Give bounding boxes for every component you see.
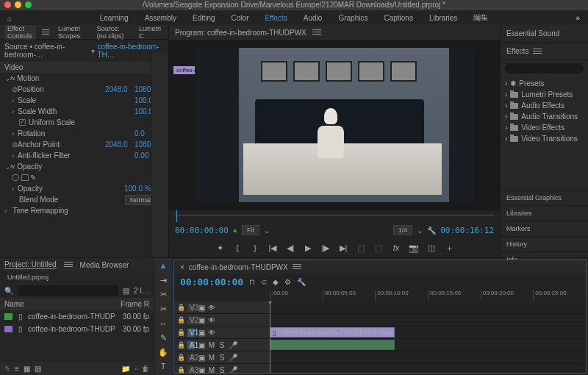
tab-effect-controls[interactable]: Effect Controls: [4, 24, 36, 41]
lock-icon[interactable]: 🔒: [177, 354, 184, 361]
tab-libraries[interactable]: Libraries: [501, 206, 588, 221]
maximize-window-icon[interactable]: [25, 1, 32, 8]
panel-menu-icon[interactable]: [293, 264, 301, 270]
pen-tool-icon[interactable]: ✎: [160, 333, 167, 343]
ws-edit-cjk[interactable]: 編集: [473, 12, 488, 23]
track-select-tool-icon[interactable]: ⇥: [160, 276, 167, 286]
extract-icon[interactable]: ⬚: [373, 243, 384, 253]
audio-clip[interactable]: [270, 340, 395, 350]
ws-color[interactable]: Color: [232, 14, 249, 22]
lock-icon[interactable]: 🔒: [177, 316, 184, 324]
anchor-x[interactable]: 2048.0: [105, 140, 135, 149]
workspace-overflow-icon[interactable]: »: [576, 14, 581, 22]
list-view-icon[interactable]: ≡: [15, 365, 19, 373]
timeline-playhead[interactable]: [270, 301, 270, 373]
fx-icon[interactable]: fx: [391, 243, 401, 252]
ripple-edit-tool-icon[interactable]: ✂: [160, 290, 167, 300]
filter-icon[interactable]: ▤: [123, 287, 129, 295]
track-a1[interactable]: 🔒A1▣MS🎤: [174, 339, 586, 351]
tab-essential-graphics[interactable]: Essential Graphics: [501, 190, 588, 206]
track-v1[interactable]: 🔒V1▣👁▯ coffee-in-bedroom-THUDPWX.mov: [174, 326, 586, 339]
linked-selection-icon[interactable]: ⊂: [261, 278, 267, 286]
mic-icon[interactable]: 🎤: [229, 366, 236, 374]
freeform-view-icon[interactable]: ▤: [35, 365, 41, 373]
project-search-input[interactable]: [18, 285, 118, 296]
video-preview[interactable]: [195, 48, 474, 202]
tab-project[interactable]: Project: Untitled: [4, 260, 57, 269]
ec-opacity[interactable]: Opacity: [17, 162, 157, 171]
type-tool-icon[interactable]: T: [161, 362, 166, 372]
step-back-icon[interactable]: ◀|: [285, 243, 295, 253]
play-icon[interactable]: ▶: [303, 243, 313, 253]
ws-libraries[interactable]: Libraries: [429, 14, 457, 22]
tab-media-browser[interactable]: Media Browser: [80, 261, 129, 269]
video-clip[interactable]: ▯ coffee-in-bedroom-THUDPWX.mov: [270, 327, 395, 338]
tab-lumetri-scopes[interactable]: Lumetri Scopes: [55, 24, 88, 41]
tree-audio-effects[interactable]: ›Audio Effects: [501, 100, 588, 111]
mask-ellipse-icon[interactable]: [12, 174, 19, 181]
eye-icon[interactable]: 👁: [208, 329, 215, 337]
position-x[interactable]: 2048.0: [105, 85, 135, 93]
project-item[interactable]: ▯coffee-in-bedroom-THUDP30.00 fp: [0, 310, 154, 323]
panel-menu-icon[interactable]: [533, 49, 542, 54]
razor-tool-icon[interactable]: ✂: [160, 304, 167, 315]
minimize-window-icon[interactable]: [15, 1, 21, 8]
mute-icon[interactable]: ▣: [198, 341, 205, 349]
col-framerate[interactable]: Frame R: [121, 300, 149, 308]
settings-icon[interactable]: ⚙: [284, 278, 291, 286]
project-item[interactable]: ▯coffee-in-bedroom-THUDP30.00 fp: [0, 323, 154, 335]
ws-effects[interactable]: Effects: [265, 14, 287, 22]
selection-tool-icon[interactable]: ▲: [159, 261, 168, 271]
stopwatch-icon[interactable]: ⊘: [12, 85, 18, 93]
snap-icon[interactable]: ⊓: [249, 278, 255, 286]
tab-history[interactable]: History: [501, 237, 588, 252]
ws-learning[interactable]: Learning: [100, 14, 129, 22]
rec-icon[interactable]: ✎: [4, 365, 10, 373]
zoom-fit-select[interactable]: Fit: [242, 225, 259, 235]
mic-icon[interactable]: 🎤: [229, 341, 236, 349]
ws-audio[interactable]: Audio: [304, 14, 323, 22]
wrench-icon[interactable]: 🔧: [297, 278, 306, 286]
new-item-icon[interactable]: ▫: [135, 365, 137, 373]
program-monitor[interactable]: coffee-in-bedroom-: [169, 40, 500, 210]
lock-icon[interactable]: 🔒: [177, 366, 184, 373]
mask-pen-icon[interactable]: ✎: [30, 174, 36, 182]
icon-view-icon[interactable]: ▦: [24, 365, 30, 373]
lift-icon[interactable]: ⬚: [356, 243, 366, 253]
mask-rect-icon[interactable]: [21, 174, 29, 181]
mac-window-controls[interactable]: [4, 1, 32, 8]
trash-icon[interactable]: 🗑: [142, 365, 149, 373]
ec-motion[interactable]: Motion: [17, 74, 157, 82]
step-forward-icon[interactable]: |▶: [320, 243, 331, 253]
button-editor-icon[interactable]: ＋: [444, 243, 454, 254]
track-v2[interactable]: 🔒V2▣👁: [174, 314, 586, 326]
sequence-tab[interactable]: coffee-in-bedroom-THUDPWX: [189, 263, 288, 271]
program-timecode[interactable]: 00:00:00:00: [175, 226, 229, 235]
mark-in-icon[interactable]: {: [232, 243, 243, 252]
tree-audio-transitions[interactable]: ›Audio Transitions: [501, 111, 588, 122]
timeline-ruler[interactable]: :00:00 00:00:05:00 00:00:10:00 00:00:15:…: [174, 290, 586, 301]
close-window-icon[interactable]: [4, 1, 11, 8]
ec-time-remap[interactable]: Time Remapping: [12, 207, 164, 215]
new-bin-icon[interactable]: 📁: [121, 365, 130, 373]
toggle-output-icon[interactable]: ▣: [198, 304, 205, 312]
hand-tool-icon[interactable]: ✋: [158, 348, 168, 358]
tree-presets[interactable]: ›✱Presets: [501, 78, 588, 89]
export-frame-icon[interactable]: 📷: [409, 243, 419, 253]
ws-graphics[interactable]: Graphics: [338, 14, 368, 22]
effects-search-input[interactable]: [505, 63, 584, 74]
mark-out-icon[interactable]: }: [250, 243, 260, 252]
home-icon[interactable]: ⌂: [7, 14, 12, 22]
tree-video-effects[interactable]: ›Video Effects: [501, 122, 588, 133]
program-scrubber[interactable]: [169, 210, 500, 222]
close-sequence-icon[interactable]: ×: [180, 263, 184, 271]
ec-keyframe-timeline[interactable]: [151, 53, 168, 257]
ws-assembly[interactable]: Assembly: [145, 14, 176, 22]
toggle-output-icon[interactable]: ▣: [198, 329, 205, 337]
slip-tool-icon[interactable]: ↔: [159, 319, 168, 329]
lock-icon[interactable]: 🔒: [177, 304, 184, 311]
go-to-in-icon[interactable]: |◀: [268, 243, 278, 253]
add-marker-icon[interactable]: ✦: [215, 243, 225, 253]
lock-icon[interactable]: 🔒: [177, 341, 184, 349]
track-a3[interactable]: 🔒A3▣MS🎤: [174, 364, 586, 373]
